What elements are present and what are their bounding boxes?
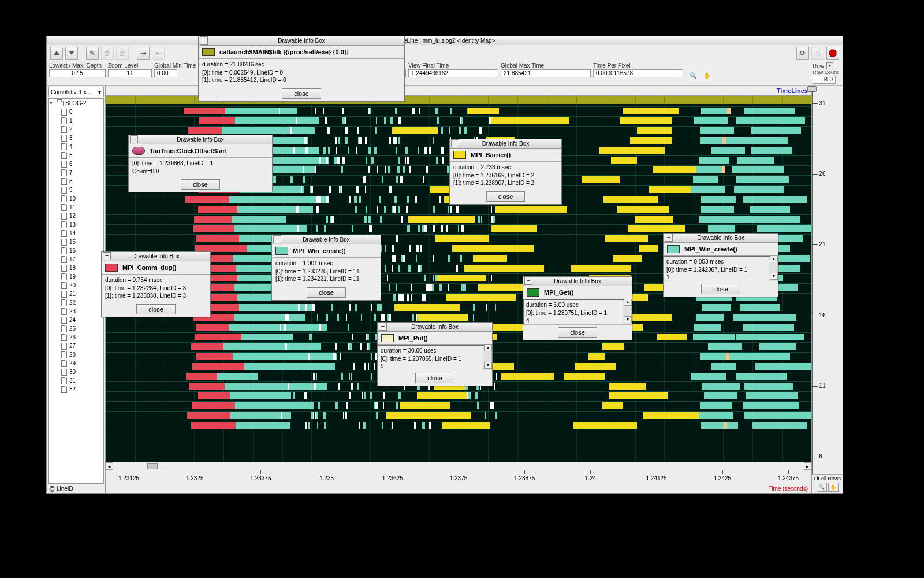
tree-item[interactable]: 30 bbox=[61, 368, 103, 376]
tree[interactable]: SLOG-2 012345678910111213141516171819202… bbox=[48, 98, 104, 484]
tree-item[interactable]: 26 bbox=[61, 333, 103, 342]
infobox-tau[interactable]: Drawable Info Box TauTraceClockOffsetSta… bbox=[128, 135, 273, 192]
infobox-commdup[interactable]: Drawable Info Box MPI_Comm_dup() duratio… bbox=[101, 251, 211, 317]
tree-item[interactable]: 13 bbox=[61, 220, 103, 229]
row-slider[interactable] bbox=[807, 86, 817, 92]
tree-item[interactable]: 6 bbox=[61, 160, 103, 168]
tree-item[interactable]: 7 bbox=[61, 168, 103, 177]
tree-item[interactable]: 22 bbox=[61, 298, 103, 307]
rowcount-label: Row Count bbox=[813, 69, 840, 75]
infobox-put[interactable]: Drawable Info Box MPI_Put() duration = 3… bbox=[377, 322, 493, 386]
infobox-body: duration = 6.00 usec [0]: time = 1.23975… bbox=[523, 299, 632, 325]
infobox-title[interactable]: Drawable Info Box bbox=[523, 277, 632, 286]
scroll-down-arrow[interactable]: ▾ bbox=[770, 273, 778, 280]
infobox-body: duration = 0.754 msec [0]: time = 1.2322… bbox=[102, 275, 210, 302]
tree-item[interactable]: 15 bbox=[61, 238, 103, 246]
search-icon[interactable]: 🔍 bbox=[687, 69, 699, 81]
close-button[interactable]: close bbox=[136, 304, 176, 314]
tree-item[interactable]: 4 bbox=[61, 142, 103, 151]
vfinal-label: View Final Time bbox=[408, 62, 498, 69]
tree-item[interactable]: 21 bbox=[61, 290, 103, 298]
tree-item[interactable]: 19 bbox=[61, 272, 103, 281]
print-button[interactable]: ⎙ bbox=[811, 47, 824, 60]
close-button[interactable]: close bbox=[415, 373, 454, 383]
trash1-button[interactable]: 🗑 bbox=[101, 47, 114, 60]
tree-item[interactable]: 20 bbox=[61, 281, 103, 290]
scroll-up-arrow[interactable]: ▴ bbox=[770, 255, 778, 262]
tree-item[interactable]: 31 bbox=[61, 376, 103, 385]
view-mode-combo[interactable]: CumulativeEx...▾ bbox=[48, 87, 104, 97]
infobox-title[interactable]: Drawable Info Box bbox=[450, 139, 561, 149]
down-button[interactable] bbox=[65, 47, 78, 60]
tree-item[interactable]: 24 bbox=[61, 316, 103, 324]
hand-fit-icon[interactable]: ✋ bbox=[828, 483, 839, 492]
infobox-title[interactable]: Drawable Info Box bbox=[272, 235, 381, 244]
tree-item[interactable]: 12 bbox=[61, 212, 103, 220]
close-button[interactable]: close bbox=[558, 327, 597, 338]
refresh-button[interactable]: ⟳ bbox=[796, 47, 809, 60]
scroll-down-arrow[interactable]: ▾ bbox=[624, 316, 632, 323]
tree-item[interactable]: 16 bbox=[61, 246, 103, 255]
close-button[interactable]: close bbox=[181, 179, 220, 190]
stop-button[interactable] bbox=[826, 47, 839, 60]
tree-item[interactable]: 18 bbox=[61, 264, 103, 272]
infobox-title[interactable]: Drawable Info Box bbox=[102, 252, 210, 261]
infobox-get[interactable]: Drawable Info Box MPI_Get() duration = 6… bbox=[523, 276, 632, 340]
row-dropdown[interactable]: ▾ bbox=[826, 62, 833, 69]
tree-item[interactable]: 1 bbox=[61, 116, 103, 125]
scroll-thumb[interactable] bbox=[147, 463, 158, 469]
gmin-value: 0.00 bbox=[154, 69, 177, 77]
tree-item[interactable]: 25 bbox=[61, 324, 103, 333]
infobox-wincreate2[interactable]: Drawable Info Box MPI_Win_create() durat… bbox=[663, 233, 778, 297]
h-scrollbar[interactable]: ◂ ▸ bbox=[106, 462, 811, 470]
infobox-title[interactable]: Drawable Info Box bbox=[129, 135, 272, 144]
scroll-down-arrow[interactable]: ▾ bbox=[484, 362, 492, 369]
tree-item[interactable]: 23 bbox=[61, 307, 103, 316]
zoom-fit-icon[interactable]: 🔍 bbox=[817, 483, 827, 492]
tree-item[interactable]: 32 bbox=[61, 385, 103, 394]
infobox-barrier[interactable]: Drawable Info Box MPI_Barrier() duration… bbox=[449, 139, 562, 205]
tree-item[interactable]: 0 bbox=[61, 108, 103, 116]
tree-item[interactable]: 8 bbox=[61, 177, 103, 186]
infobox-title[interactable]: Drawable Info Box bbox=[378, 323, 492, 332]
close-button[interactable]: close bbox=[307, 287, 346, 298]
tree-root[interactable]: SLOG-2 bbox=[49, 99, 103, 108]
infobox-title[interactable]: Drawable Info Box bbox=[199, 36, 404, 46]
tree-item[interactable]: 17 bbox=[61, 255, 103, 264]
scroll-up-arrow[interactable]: ▴ bbox=[484, 344, 492, 351]
edit-button[interactable]: ✎ bbox=[86, 47, 99, 60]
tree-item[interactable]: 5 bbox=[61, 151, 103, 160]
up-button[interactable] bbox=[50, 47, 63, 60]
infobox-wincreate1[interactable]: Drawable Info Box MPI_Win_create() durat… bbox=[271, 235, 381, 301]
close-button[interactable]: close bbox=[282, 88, 321, 99]
tree-item[interactable]: 28 bbox=[61, 350, 103, 359]
export-button[interactable]: ⇥ bbox=[137, 47, 150, 60]
infobox-body: duration = 0.853 msec [0]: time = 1.2423… bbox=[664, 256, 778, 281]
document-icon bbox=[61, 239, 67, 246]
infobox-caflaunch[interactable]: Drawable Info Box caflaunch$MAIN$blk [{/… bbox=[198, 36, 405, 102]
document-icon bbox=[61, 343, 67, 350]
tree-item[interactable]: 14 bbox=[61, 229, 103, 238]
tree-item[interactable]: 10 bbox=[61, 194, 103, 203]
document-icon bbox=[61, 126, 67, 133]
zoom-value: 11 bbox=[108, 69, 152, 77]
tree-item[interactable]: 11 bbox=[61, 203, 103, 212]
infobox-body: duration = 21.88286 sec [0]: time = 0.00… bbox=[199, 59, 404, 86]
document-icon bbox=[61, 109, 67, 116]
tree-item[interactable]: 29 bbox=[61, 359, 103, 368]
hand-icon[interactable]: ✋ bbox=[701, 69, 713, 81]
swatch-icon bbox=[453, 151, 466, 159]
tree-item[interactable]: 9 bbox=[61, 186, 103, 194]
scroll-right-arrow[interactable]: ▸ bbox=[804, 462, 811, 470]
tree-item[interactable]: 2 bbox=[61, 125, 103, 134]
close-button[interactable]: close bbox=[701, 284, 740, 294]
infobox-name: MPI_Comm_dup() bbox=[122, 264, 177, 271]
close-button[interactable]: close bbox=[486, 191, 526, 202]
infobox-title[interactable]: Drawable Info Box bbox=[664, 234, 778, 243]
scroll-up-arrow[interactable]: ▴ bbox=[624, 299, 632, 306]
tree-item[interactable]: 27 bbox=[61, 342, 103, 350]
scroll-left-arrow[interactable]: ◂ bbox=[106, 462, 113, 470]
tree-item[interactable]: 3 bbox=[61, 134, 103, 142]
trash2-button[interactable]: 🗑 bbox=[116, 47, 129, 60]
import-button[interactable]: ⇤ bbox=[152, 47, 165, 60]
